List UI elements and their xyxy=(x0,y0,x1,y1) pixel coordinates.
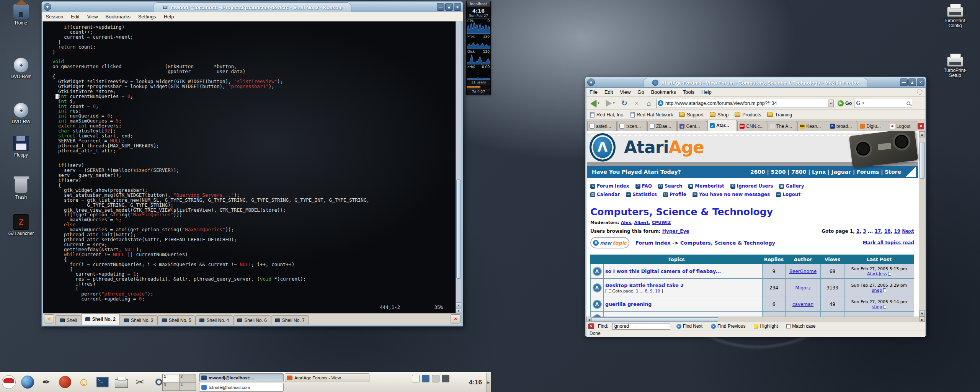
scroll-down-button[interactable]: ▼ xyxy=(919,310,925,317)
minimize-button[interactable]: — xyxy=(900,78,908,86)
goto-page-2[interactable]: 2 xyxy=(856,229,859,234)
terminal-scrollbar[interactable]: ▲ ▼ xyxy=(456,21,461,314)
breadcrumb-current-link[interactable]: Computers, Science & Technology xyxy=(680,240,775,246)
launcher-printer-icon[interactable] xyxy=(113,374,129,390)
menu-item-help[interactable]: Help xyxy=(701,89,712,95)
menu-item-bookmarks[interactable]: Bookmarks xyxy=(651,89,676,95)
forward-button[interactable]: ▼ xyxy=(604,98,617,108)
scrollbar-thumb[interactable] xyxy=(920,142,924,179)
highlight-button[interactable]: Highlight xyxy=(751,323,780,329)
konsole-tab-shell-no-5[interactable]: Shell No. 5 xyxy=(158,315,196,325)
menu-item-view[interactable]: View xyxy=(87,14,98,20)
launcher-terminal-icon[interactable] xyxy=(95,374,111,390)
menu-item-settings[interactable]: Settings xyxy=(138,14,156,20)
scrollbar-thumb[interactable] xyxy=(456,180,461,279)
moderator-link-cpuwiz[interactable]: CPUWIZ xyxy=(652,220,671,225)
pager-desktop-3[interactable]: 3 xyxy=(163,383,179,391)
minimize-button[interactable]: — xyxy=(437,3,444,11)
bookmark-shop[interactable]: Shop xyxy=(710,112,728,118)
goto-latest-post-icon[interactable] xyxy=(883,288,886,292)
topic-goto-pages[interactable]: [ Goto page: 1 ... 8, 9, 10 ] xyxy=(605,289,761,293)
atariage-wordmark[interactable]: AtariAge xyxy=(624,137,704,157)
close-button[interactable]: × xyxy=(917,78,924,86)
firefox-tab--scen-[interactable]: :scen... xyxy=(617,121,647,131)
menu-item-view[interactable]: View xyxy=(620,89,630,95)
menu-item-session[interactable]: Session xyxy=(46,14,63,20)
menu-item-bookmarks[interactable]: Bookmarks xyxy=(106,14,131,20)
desktop-pager[interactable]: 1234 xyxy=(162,374,196,391)
desktop-icon-trash[interactable]: Trash xyxy=(5,178,38,200)
url-dropdown-icon[interactable]: ▼ xyxy=(828,100,834,107)
bookmark-training[interactable]: Training xyxy=(767,112,792,118)
menu-item-edit[interactable]: Edit xyxy=(71,14,79,20)
task-button-tcfnote-hotmail-com[interactable]: tcfnote@hotmail.com xyxy=(199,383,284,392)
task-button-mwoodj-localhost-[interactable]: mwoodj@localhost:... xyxy=(199,373,284,382)
forum-link-you-have-no-new-messages[interactable]: ✉You have no new messages xyxy=(693,192,770,197)
konsole-tab-shell[interactable]: Shell xyxy=(56,315,81,325)
firefox-tab-asteri-[interactable]: asteri... xyxy=(587,121,617,131)
launcher-web-globe-icon[interactable] xyxy=(20,374,36,390)
maximize-button[interactable]: ▲ xyxy=(908,78,916,86)
scroll-right-button[interactable]: ▶ xyxy=(920,317,925,322)
firefox-tab-gent-[interactable]: gGent... xyxy=(677,121,707,131)
firefox-tab-kean-[interactable]: IMDbKean... xyxy=(797,121,827,131)
goto-page-19[interactable]: 19 xyxy=(894,229,900,234)
topic-link[interactable]: guerilla greening xyxy=(605,301,761,307)
window-menu-button[interactable]: ▼ xyxy=(44,3,51,11)
desktop-icon-floppy[interactable]: Floppy xyxy=(5,136,38,158)
bookmark-products[interactable]: Products xyxy=(735,112,761,118)
mark-all-read-link[interactable]: Mark all topics read xyxy=(863,240,914,245)
panel-hide-button[interactable]: ▶ xyxy=(486,372,491,392)
forum-link-forum-index[interactable]: ⌂Forum Index xyxy=(590,183,629,189)
firefox-tab-cnn-c-[interactable]: CNNCNN.c... xyxy=(737,121,767,131)
author-link[interactable]: Miqorz xyxy=(795,285,811,291)
reload-button[interactable]: ↻ xyxy=(619,99,629,108)
firefox-tab-atar-[interactable]: ΛAtar... xyxy=(707,120,737,131)
bookmark-red-hat-network[interactable]: Red Hat Network xyxy=(630,112,673,118)
menu-item-edit[interactable]: Edit xyxy=(604,89,613,95)
find-input[interactable]: ignored xyxy=(612,323,670,330)
scroll-up-button[interactable]: ▲ xyxy=(456,302,461,308)
maximize-button[interactable]: ▲ xyxy=(445,3,453,11)
goto-latest-post-icon[interactable] xyxy=(883,305,886,309)
goto-page-3[interactable]: 3 xyxy=(863,229,866,234)
pager-desktop-4[interactable]: 4 xyxy=(180,383,196,391)
close-button[interactable]: × xyxy=(454,3,461,11)
find-close-button[interactable]: × xyxy=(588,323,594,329)
forum-link-search[interactable]: QSearch xyxy=(658,183,682,189)
forum-link-profile[interactable]: ☺Profile xyxy=(663,192,686,197)
firefox-tab-the-a-[interactable]: The A... xyxy=(768,121,797,131)
author-link[interactable]: BeerGnome xyxy=(789,269,817,274)
konsole-titlebar[interactable]: ▼ mwoodj@localhost:~/Projects/gzlauncher… xyxy=(42,2,463,12)
goto-page-17[interactable]: 17 xyxy=(875,229,881,234)
forum-link-calendar[interactable]: ▤Calendar xyxy=(590,192,620,197)
find-previous-button[interactable]: ▲Find Previous xyxy=(709,323,748,329)
author-link[interactable]: caveman xyxy=(792,302,813,307)
tray-notes-icon[interactable] xyxy=(412,375,420,382)
site-nav-links[interactable]: 2600 | 5200 | 7800 | Lynx | Jaguar | For… xyxy=(750,169,901,175)
firefox-tab-digiu-[interactable]: Digiu... xyxy=(858,121,887,131)
launcher-mozilla-icon[interactable] xyxy=(57,374,73,390)
desktop-icon-turboprint-setup[interactable]: TurboPrint-​Setup xyxy=(939,53,972,78)
forum-link-gallery[interactable]: ▣Gallery xyxy=(779,183,804,189)
firefox-tab-logout[interactable]: ✱Logout xyxy=(888,121,917,131)
goto-page-link[interactable]: 10 xyxy=(655,289,660,293)
firefox-titlebar[interactable]: ▼ AtariAge Forums - View Forum - Compute… xyxy=(585,77,926,88)
desktop-icon-gzlauncher[interactable]: ZGZLauncher xyxy=(5,214,38,236)
moderator-link-alex[interactable]: Alex xyxy=(621,220,631,225)
pager-desktop-1[interactable]: 1 xyxy=(163,374,179,382)
url-bar[interactable]: A http://www.atariage.com/forums/viewfor… xyxy=(656,99,835,108)
goto-page-link[interactable]: 8 xyxy=(645,289,647,293)
breadcrumb-root-link[interactable]: Forum Index xyxy=(635,240,671,246)
search-input[interactable]: G ▼ xyxy=(854,99,912,108)
scrollbar-thumb[interactable] xyxy=(592,317,718,322)
launcher-gaim-smiley-icon[interactable]: ☺ xyxy=(76,374,92,390)
moderator-link-albert[interactable]: Albert xyxy=(634,220,649,225)
new-topic-button[interactable]: Λ newtopic xyxy=(590,237,629,248)
go-button[interactable]: ▶ Go xyxy=(838,100,852,106)
desktop-icon-dvd-rw[interactable]: DVD-RW xyxy=(5,103,38,124)
page-horizontal-scrollbar[interactable]: ◀ ▶ xyxy=(586,317,925,322)
bookmark-red-hat-inc-[interactable]: Red Hat, Inc. xyxy=(590,112,624,118)
match-case-checkbox[interactable]: Match case xyxy=(784,323,818,329)
stop-button[interactable]: × xyxy=(632,99,642,108)
